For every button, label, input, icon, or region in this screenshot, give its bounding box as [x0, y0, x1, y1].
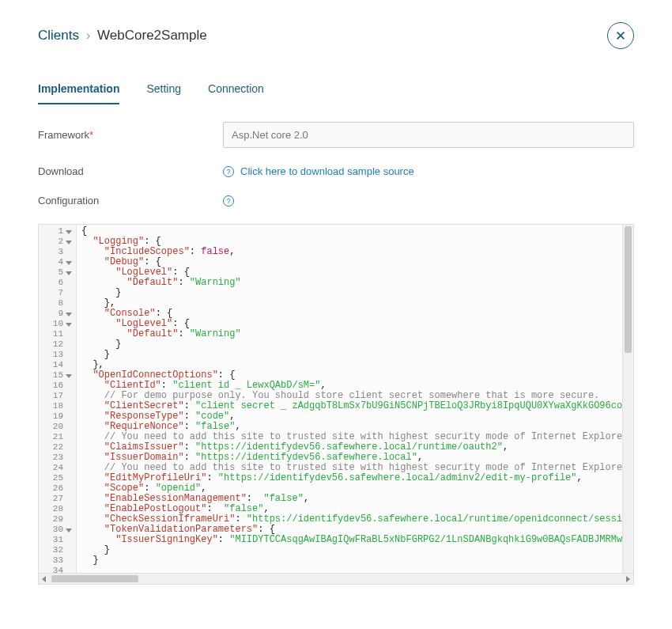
help-icon[interactable]: ?: [223, 195, 234, 207]
close-button[interactable]: [607, 22, 634, 49]
gutter-line: 23: [39, 453, 76, 463]
code-line[interactable]: "Default": "Warning": [81, 329, 617, 339]
gutter-line: 8: [39, 298, 76, 309]
vertical-scrollbar-thumb[interactable]: [625, 226, 632, 353]
svg-marker-5: [66, 271, 72, 275]
gutter-line: 30: [39, 525, 76, 535]
gutter-line: 17: [39, 391, 76, 401]
gutter-line: 7: [39, 288, 76, 298]
gutter-line: 21: [39, 432, 76, 442]
tab-connection[interactable]: Connection: [208, 78, 264, 104]
svg-marker-7: [66, 323, 72, 327]
gutter-line: 20: [39, 422, 76, 432]
required-indicator: *: [89, 129, 93, 141]
gutter-line: 11: [39, 329, 76, 339]
gutter-line: 5: [39, 267, 76, 278]
tab-setting[interactable]: Setting: [146, 78, 181, 104]
gutter-line: 6: [39, 278, 76, 288]
configuration-label: Configuration: [38, 195, 223, 207]
gutter-line: 13: [39, 350, 76, 360]
code-line[interactable]: }: [81, 339, 617, 350]
chevron-right-icon: [625, 576, 631, 582]
gutter-line: 12: [39, 339, 76, 350]
code-line[interactable]: }: [81, 545, 617, 555]
vertical-scrollbar[interactable]: [622, 225, 633, 573]
breadcrumb-parent[interactable]: Clients: [38, 28, 79, 43]
fold-toggle[interactable]: [65, 269, 73, 277]
gutter-line: 14: [39, 360, 76, 370]
fold-toggle[interactable]: [65, 310, 73, 318]
code-line[interactable]: "IssuerSigningKey": "MIIDYTCCAsqgAwIBAgI…: [81, 535, 617, 545]
svg-marker-3: [66, 241, 72, 244]
fold-toggle[interactable]: [65, 372, 73, 380]
fold-toggle[interactable]: [65, 320, 73, 328]
fold-toggle[interactable]: [65, 228, 73, 236]
scroll-right-button[interactable]: [622, 574, 633, 585]
gutter-line: 31: [39, 535, 76, 545]
gutter-line: 24: [39, 463, 76, 473]
svg-marker-6: [66, 313, 72, 316]
fold-toggle[interactable]: [65, 259, 73, 267]
chevron-left-icon: [41, 576, 47, 582]
code-line[interactable]: {: [81, 226, 617, 237]
svg-marker-2: [66, 230, 72, 234]
close-icon: [615, 30, 626, 41]
gutter-line: 25: [39, 473, 76, 483]
gutter-line: 32: [39, 545, 76, 555]
horizontal-scrollbar-track[interactable]: [50, 574, 622, 584]
code-line[interactable]: }: [81, 350, 617, 360]
code-line[interactable]: "Default": "Warning": [81, 278, 617, 288]
gutter-line: 4: [39, 257, 76, 267]
breadcrumb: Clients › WebCore2Sample: [38, 28, 207, 44]
gutter-line: 29: [39, 514, 76, 525]
gutter-line: 10: [39, 319, 76, 329]
gutter-line: 26: [39, 483, 76, 494]
gutter-line: 22: [39, 442, 76, 453]
gutter-line: 15: [39, 370, 76, 381]
editor-gutter: 1234567891011121314151617181920212223242…: [39, 225, 77, 573]
editor-code-area[interactable]: { "Logging": { "IncludeScopes": false, "…: [77, 225, 622, 573]
code-editor[interactable]: 1234567891011121314151617181920212223242…: [38, 224, 634, 585]
scroll-left-button[interactable]: [39, 574, 50, 585]
gutter-line: 16: [39, 381, 76, 391]
code-line[interactable]: }: [81, 555, 617, 566]
tab-implementation[interactable]: Implementation: [38, 78, 119, 104]
gutter-line: 28: [39, 504, 76, 514]
framework-input[interactable]: [223, 122, 634, 148]
svg-marker-8: [66, 374, 72, 378]
code-line[interactable]: "IncludeScopes": false,: [81, 247, 617, 257]
tabs: Implementation Setting Connection: [38, 78, 634, 104]
code-line[interactable]: [81, 566, 617, 573]
svg-marker-11: [626, 576, 630, 582]
download-label: Download: [38, 165, 223, 177]
horizontal-scrollbar-thumb[interactable]: [51, 575, 138, 582]
svg-marker-9: [66, 529, 72, 532]
gutter-line: 1: [39, 226, 76, 237]
fold-toggle[interactable]: [65, 238, 73, 246]
gutter-line: 9: [39, 309, 76, 319]
help-icon[interactable]: ?: [223, 166, 234, 177]
breadcrumb-current: WebCore2Sample: [97, 28, 207, 43]
gutter-line: 27: [39, 494, 76, 504]
gutter-line: 33: [39, 555, 76, 566]
gutter-line: 18: [39, 401, 76, 411]
gutter-line: 3: [39, 247, 76, 257]
gutter-line: 2: [39, 237, 76, 247]
fold-toggle[interactable]: [65, 526, 73, 534]
svg-marker-4: [66, 261, 72, 265]
download-link[interactable]: Click here to download sample source: [240, 165, 414, 177]
code-line[interactable]: }: [81, 288, 617, 298]
gutter-line: 19: [39, 411, 76, 422]
framework-label: Framework*: [38, 129, 223, 141]
breadcrumb-separator: ›: [86, 28, 91, 43]
horizontal-scrollbar[interactable]: [39, 573, 633, 584]
svg-marker-10: [42, 576, 46, 582]
